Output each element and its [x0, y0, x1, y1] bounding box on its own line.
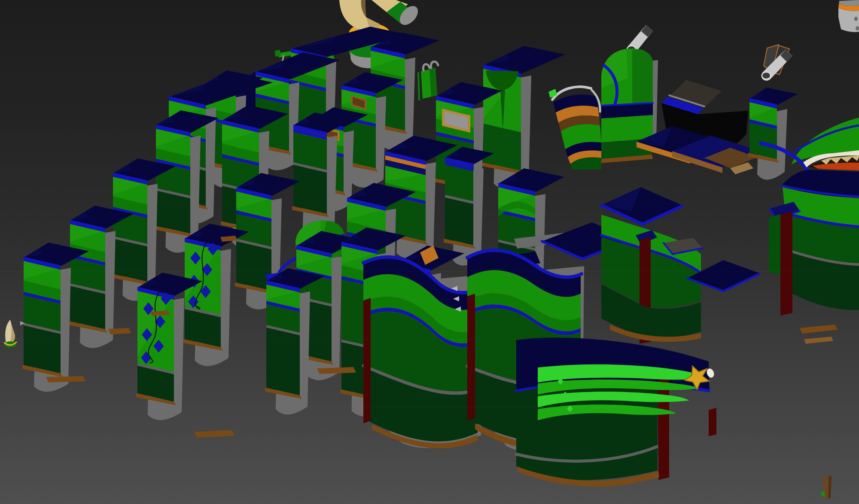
- megachunk2-maroon-edge: [467, 294, 475, 421]
- corner-cylinder-spot: [856, 26, 859, 30]
- tree-stump-grass: [820, 491, 825, 498]
- grenade-hook: [431, 61, 438, 68]
- crossed-pipes-hole: [762, 72, 771, 79]
- megachunk3-maroon-edge: [658, 377, 669, 480]
- viewport-background: [0, 0, 859, 504]
- megachunk1-maroon-edge: [363, 298, 371, 423]
- corner-cylinder-spot: [854, 17, 858, 21]
- viewport-3d[interactable]: [0, 0, 859, 504]
- ground-sliver: [194, 430, 235, 437]
- grenade-stick: [418, 73, 419, 100]
- maroon-stub: [709, 408, 716, 436]
- dome-hill-shade: [632, 50, 653, 104]
- railing-end-cube: [275, 50, 280, 57]
- chunk-band: [293, 165, 327, 214]
- maroon-pillar-right: [780, 211, 792, 316]
- chunk-band: [266, 328, 300, 395]
- chunk-band: [445, 197, 473, 245]
- pillar-face-left: [769, 214, 780, 275]
- cave-base-sliver: [800, 325, 838, 334]
- chunk-band: [445, 165, 473, 201]
- ground-sliver: [108, 328, 131, 334]
- chunk-band: [236, 241, 271, 291]
- cave-base-sliver: [804, 337, 833, 344]
- ground-sliver: [46, 376, 85, 383]
